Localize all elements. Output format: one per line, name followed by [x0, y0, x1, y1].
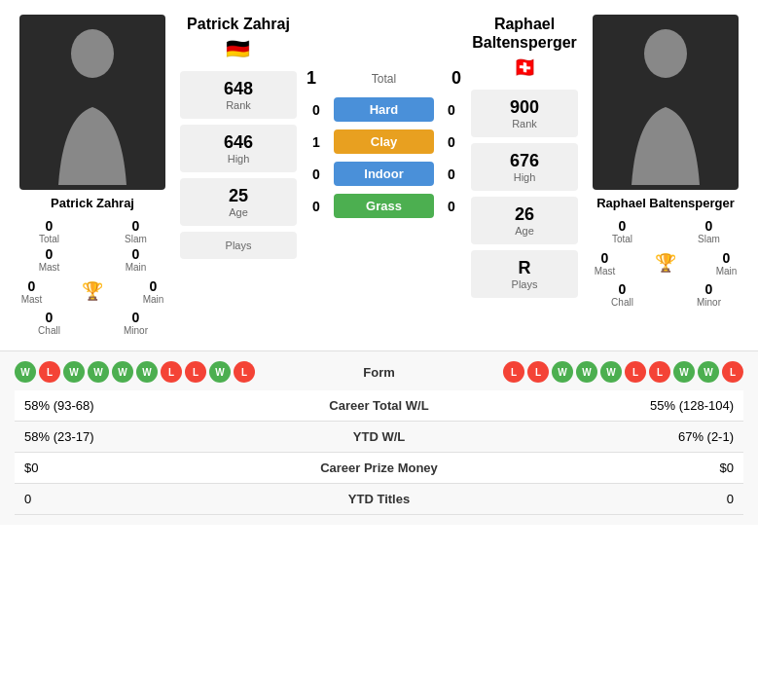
match-score2: 0: [451, 68, 461, 89]
p1-rank-label: Rank: [190, 99, 287, 111]
match-score1: 1: [307, 68, 316, 89]
form-badge: W: [576, 361, 597, 383]
player2-header-name: Raphael Baltensperger: [471, 15, 578, 52]
stats-table: 58% (93-68) Career Total W/L 55% (128-10…: [15, 390, 743, 515]
form-badge: W: [600, 361, 622, 383]
form-badge: L: [503, 361, 524, 383]
svg-point-1: [644, 29, 687, 78]
p2-main-block: 0 Main: [704, 250, 748, 276]
p1-minor-label: Minor: [96, 325, 175, 336]
player1-avatar: [19, 15, 165, 190]
p1-chall-item: 0 Chall: [10, 310, 89, 336]
p1-mast-block: 0 Mast: [10, 278, 54, 305]
form-badge: W: [209, 361, 231, 383]
grass-btn: Grass: [334, 194, 434, 218]
p2-mast-block: 0 Mast: [583, 250, 627, 276]
player2-right-stats: Raphael Baltensperger 🇨🇭 900 Rank 676 Hi…: [466, 15, 583, 336]
p2-chall-value: 0: [583, 281, 662, 297]
p1-minor-item: 0 Minor: [96, 310, 175, 336]
p1-trophy-icon: 🏆: [82, 280, 103, 302]
p2-age-label: Age: [481, 225, 568, 237]
stats-right-0: 55% (128-104): [488, 390, 743, 422]
p1-age-value: 25: [190, 186, 287, 206]
stats-row: 58% (23-17) YTD W/L 67% (2-1): [15, 422, 743, 453]
p2-rank-value: 900: [481, 97, 568, 118]
p1-mast-trophy: 0 Mast 🏆 0 Main: [10, 276, 175, 306]
p2-minor-item: 0 Minor: [669, 281, 748, 308]
p1-total-label: Total: [10, 234, 89, 244]
total-scores-row: 1 Total 0: [307, 68, 461, 89]
p2-minor-value: 0: [669, 281, 748, 297]
p1-slam-label: Slam: [96, 234, 175, 244]
p2-rank-label: Rank: [481, 118, 568, 129]
form-badge: W: [698, 361, 719, 383]
form-badge: L: [39, 361, 60, 383]
indoor-score1: 0: [307, 166, 326, 182]
top-section: Patrick Zahraj 0 Total 0 Slam 0 Mast: [0, 0, 758, 350]
stats-right-2: $0: [488, 453, 743, 484]
form-badge: L: [722, 361, 743, 383]
p1-main-item: 0 Main: [126, 246, 147, 273]
p2-high-value: 676: [481, 151, 568, 171]
stats-right-1: 67% (2-1): [488, 422, 743, 453]
p1-main-label: Main: [126, 262, 147, 273]
p1-rank-value: 648: [190, 79, 287, 99]
p2-chall-label: Chall: [583, 297, 662, 308]
main-container: Patrick Zahraj 0 Total 0 Slam 0 Mast: [0, 0, 758, 525]
center-column: 1 Total 0 0 Hard 0 1 Clay 0 0 Indoor 0: [302, 15, 466, 336]
form-badge: L: [527, 361, 549, 383]
form-badge: W: [552, 361, 573, 383]
grass-row: 0 Grass 0: [307, 194, 461, 218]
form-badge: W: [15, 361, 36, 383]
indoor-row: 0 Indoor 0: [307, 162, 461, 186]
p1-total-item: 0 Total: [10, 218, 89, 244]
p1-high-label: High: [190, 153, 287, 165]
form-badge: W: [63, 361, 85, 383]
p1-total-value: 0: [10, 218, 89, 234]
p1-age-box: 25 Age: [180, 178, 297, 226]
p1-age-label: Age: [190, 206, 287, 218]
p1-plays-box: Plays: [180, 232, 297, 259]
player1-middle-stats: Patrick Zahraj 🇩🇪 648 Rank 646 High 25 A…: [175, 15, 302, 336]
player2-flag: 🇨🇭: [471, 55, 578, 79]
form-badge: L: [161, 361, 182, 383]
stats-center-3: YTD Titles: [270, 484, 488, 515]
p1-slam-value: 0: [96, 218, 175, 234]
stats-left-0: 58% (93-68): [15, 390, 270, 422]
form-row: WLWWWWLLWL Form LLWWWLLWWL: [15, 361, 743, 383]
p2-slam-item: 0 Slam: [669, 218, 748, 244]
stats-center-0: Career Total W/L: [270, 390, 488, 422]
form-badge: W: [112, 361, 133, 383]
player2-avatar: [593, 15, 739, 190]
total-label: Total: [372, 72, 396, 86]
grass-score2: 0: [442, 199, 461, 214]
clay-score1: 1: [307, 134, 326, 150]
p1-rank-box: 648 Rank: [180, 71, 297, 119]
clay-row: 1 Clay 0: [307, 129, 461, 154]
p2-slam-value: 0: [669, 218, 748, 234]
p2-age-box: 26 Age: [471, 197, 578, 244]
p2-total-item: 0 Total: [583, 218, 662, 244]
p1-high-value: 646: [190, 132, 287, 153]
stats-left-3: 0: [15, 484, 270, 515]
stats-right-3: 0: [488, 484, 743, 515]
p1-main-block: 0 Main: [131, 278, 175, 305]
form-badge: L: [234, 361, 255, 383]
p1-chall-label: Chall: [10, 325, 89, 336]
form-badge: L: [625, 361, 646, 383]
p2-minor-label: Minor: [669, 297, 748, 308]
form-section: WLWWWWLLWL Form LLWWWLLWWL 58% (93-68) C…: [0, 350, 758, 525]
indoor-btn: Indoor: [334, 162, 434, 186]
hard-score2: 0: [442, 102, 461, 118]
stats-row: 0 YTD Titles 0: [15, 484, 743, 515]
form-label: Form: [363, 365, 395, 380]
hard-row: 0 Hard 0: [307, 97, 461, 122]
p2-plays-value: R: [481, 258, 568, 278]
svg-point-0: [71, 29, 114, 78]
p2-mast-trophy: 0 Mast 🏆 0 Main: [583, 248, 748, 277]
indoor-score2: 0: [442, 166, 461, 182]
p1-slam-item: 0 Slam: [96, 218, 175, 244]
p1-minor-value: 0: [96, 310, 175, 325]
form-badge: L: [185, 361, 206, 383]
player1-header-name: Patrick Zahraj: [187, 15, 290, 33]
